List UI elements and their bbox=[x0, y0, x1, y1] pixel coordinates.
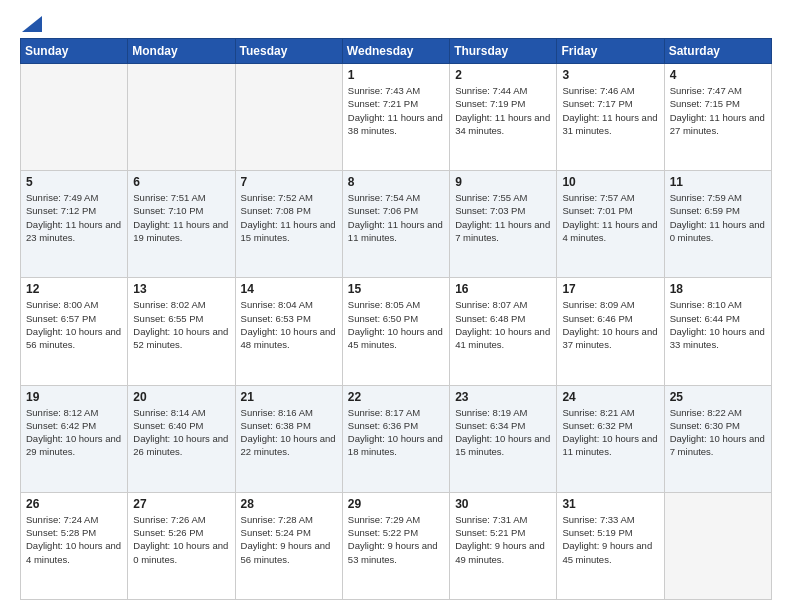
day-info: Sunrise: 8:10 AMSunset: 6:44 PMDaylight:… bbox=[670, 298, 766, 351]
day-info: Sunrise: 8:21 AMSunset: 6:32 PMDaylight:… bbox=[562, 406, 658, 459]
day-number: 17 bbox=[562, 282, 658, 296]
day-cell: 13Sunrise: 8:02 AMSunset: 6:55 PMDayligh… bbox=[128, 278, 235, 385]
day-cell: 19Sunrise: 8:12 AMSunset: 6:42 PMDayligh… bbox=[21, 385, 128, 492]
col-wednesday: Wednesday bbox=[342, 39, 449, 64]
day-cell: 7Sunrise: 7:52 AMSunset: 7:08 PMDaylight… bbox=[235, 171, 342, 278]
day-cell bbox=[235, 64, 342, 171]
day-number: 14 bbox=[241, 282, 337, 296]
day-cell: 4Sunrise: 7:47 AMSunset: 7:15 PMDaylight… bbox=[664, 64, 771, 171]
col-sunday: Sunday bbox=[21, 39, 128, 64]
week-row-3: 12Sunrise: 8:00 AMSunset: 6:57 PMDayligh… bbox=[21, 278, 772, 385]
day-info: Sunrise: 7:51 AMSunset: 7:10 PMDaylight:… bbox=[133, 191, 229, 244]
day-info: Sunrise: 8:04 AMSunset: 6:53 PMDaylight:… bbox=[241, 298, 337, 351]
day-number: 16 bbox=[455, 282, 551, 296]
day-info: Sunrise: 8:05 AMSunset: 6:50 PMDaylight:… bbox=[348, 298, 444, 351]
day-info: Sunrise: 7:59 AMSunset: 6:59 PMDaylight:… bbox=[670, 191, 766, 244]
day-number: 31 bbox=[562, 497, 658, 511]
day-info: Sunrise: 7:43 AMSunset: 7:21 PMDaylight:… bbox=[348, 84, 444, 137]
day-cell: 15Sunrise: 8:05 AMSunset: 6:50 PMDayligh… bbox=[342, 278, 449, 385]
week-row-4: 19Sunrise: 8:12 AMSunset: 6:42 PMDayligh… bbox=[21, 385, 772, 492]
day-number: 25 bbox=[670, 390, 766, 404]
day-info: Sunrise: 7:55 AMSunset: 7:03 PMDaylight:… bbox=[455, 191, 551, 244]
day-number: 24 bbox=[562, 390, 658, 404]
day-info: Sunrise: 7:26 AMSunset: 5:26 PMDaylight:… bbox=[133, 513, 229, 566]
day-cell: 2Sunrise: 7:44 AMSunset: 7:19 PMDaylight… bbox=[450, 64, 557, 171]
day-cell: 26Sunrise: 7:24 AMSunset: 5:28 PMDayligh… bbox=[21, 492, 128, 599]
day-cell: 12Sunrise: 8:00 AMSunset: 6:57 PMDayligh… bbox=[21, 278, 128, 385]
day-number: 21 bbox=[241, 390, 337, 404]
week-row-5: 26Sunrise: 7:24 AMSunset: 5:28 PMDayligh… bbox=[21, 492, 772, 599]
day-info: Sunrise: 8:00 AMSunset: 6:57 PMDaylight:… bbox=[26, 298, 122, 351]
day-cell: 21Sunrise: 8:16 AMSunset: 6:38 PMDayligh… bbox=[235, 385, 342, 492]
col-saturday: Saturday bbox=[664, 39, 771, 64]
day-info: Sunrise: 8:19 AMSunset: 6:34 PMDaylight:… bbox=[455, 406, 551, 459]
col-tuesday: Tuesday bbox=[235, 39, 342, 64]
day-info: Sunrise: 7:24 AMSunset: 5:28 PMDaylight:… bbox=[26, 513, 122, 566]
day-cell: 10Sunrise: 7:57 AMSunset: 7:01 PMDayligh… bbox=[557, 171, 664, 278]
day-number: 18 bbox=[670, 282, 766, 296]
day-info: Sunrise: 7:46 AMSunset: 7:17 PMDaylight:… bbox=[562, 84, 658, 137]
day-cell bbox=[664, 492, 771, 599]
calendar-table: Sunday Monday Tuesday Wednesday Thursday… bbox=[20, 38, 772, 600]
header-row: Sunday Monday Tuesday Wednesday Thursday… bbox=[21, 39, 772, 64]
day-cell: 5Sunrise: 7:49 AMSunset: 7:12 PMDaylight… bbox=[21, 171, 128, 278]
day-number: 26 bbox=[26, 497, 122, 511]
day-info: Sunrise: 7:31 AMSunset: 5:21 PMDaylight:… bbox=[455, 513, 551, 566]
day-number: 10 bbox=[562, 175, 658, 189]
day-cell: 6Sunrise: 7:51 AMSunset: 7:10 PMDaylight… bbox=[128, 171, 235, 278]
day-cell: 24Sunrise: 8:21 AMSunset: 6:32 PMDayligh… bbox=[557, 385, 664, 492]
logo bbox=[20, 16, 42, 28]
day-number: 29 bbox=[348, 497, 444, 511]
day-cell: 14Sunrise: 8:04 AMSunset: 6:53 PMDayligh… bbox=[235, 278, 342, 385]
day-cell: 3Sunrise: 7:46 AMSunset: 7:17 PMDaylight… bbox=[557, 64, 664, 171]
day-number: 11 bbox=[670, 175, 766, 189]
svg-marker-0 bbox=[22, 16, 42, 32]
day-info: Sunrise: 7:57 AMSunset: 7:01 PMDaylight:… bbox=[562, 191, 658, 244]
day-number: 3 bbox=[562, 68, 658, 82]
day-info: Sunrise: 7:49 AMSunset: 7:12 PMDaylight:… bbox=[26, 191, 122, 244]
day-number: 6 bbox=[133, 175, 229, 189]
day-cell: 8Sunrise: 7:54 AMSunset: 7:06 PMDaylight… bbox=[342, 171, 449, 278]
day-cell: 17Sunrise: 8:09 AMSunset: 6:46 PMDayligh… bbox=[557, 278, 664, 385]
day-number: 4 bbox=[670, 68, 766, 82]
day-cell: 22Sunrise: 8:17 AMSunset: 6:36 PMDayligh… bbox=[342, 385, 449, 492]
day-cell: 11Sunrise: 7:59 AMSunset: 6:59 PMDayligh… bbox=[664, 171, 771, 278]
day-info: Sunrise: 8:09 AMSunset: 6:46 PMDaylight:… bbox=[562, 298, 658, 351]
day-cell: 23Sunrise: 8:19 AMSunset: 6:34 PMDayligh… bbox=[450, 385, 557, 492]
page: Sunday Monday Tuesday Wednesday Thursday… bbox=[0, 0, 792, 612]
day-number: 22 bbox=[348, 390, 444, 404]
day-info: Sunrise: 7:47 AMSunset: 7:15 PMDaylight:… bbox=[670, 84, 766, 137]
day-info: Sunrise: 8:22 AMSunset: 6:30 PMDaylight:… bbox=[670, 406, 766, 459]
day-info: Sunrise: 8:07 AMSunset: 6:48 PMDaylight:… bbox=[455, 298, 551, 351]
day-number: 23 bbox=[455, 390, 551, 404]
day-number: 30 bbox=[455, 497, 551, 511]
header bbox=[20, 16, 772, 28]
logo-icon bbox=[22, 16, 42, 32]
day-number: 27 bbox=[133, 497, 229, 511]
day-number: 9 bbox=[455, 175, 551, 189]
day-cell: 18Sunrise: 8:10 AMSunset: 6:44 PMDayligh… bbox=[664, 278, 771, 385]
day-cell: 20Sunrise: 8:14 AMSunset: 6:40 PMDayligh… bbox=[128, 385, 235, 492]
day-info: Sunrise: 8:16 AMSunset: 6:38 PMDaylight:… bbox=[241, 406, 337, 459]
day-cell: 1Sunrise: 7:43 AMSunset: 7:21 PMDaylight… bbox=[342, 64, 449, 171]
day-cell: 29Sunrise: 7:29 AMSunset: 5:22 PMDayligh… bbox=[342, 492, 449, 599]
day-number: 2 bbox=[455, 68, 551, 82]
day-info: Sunrise: 7:33 AMSunset: 5:19 PMDaylight:… bbox=[562, 513, 658, 566]
day-cell: 27Sunrise: 7:26 AMSunset: 5:26 PMDayligh… bbox=[128, 492, 235, 599]
day-info: Sunrise: 8:02 AMSunset: 6:55 PMDaylight:… bbox=[133, 298, 229, 351]
day-info: Sunrise: 7:28 AMSunset: 5:24 PMDaylight:… bbox=[241, 513, 337, 566]
col-thursday: Thursday bbox=[450, 39, 557, 64]
day-number: 12 bbox=[26, 282, 122, 296]
day-cell: 30Sunrise: 7:31 AMSunset: 5:21 PMDayligh… bbox=[450, 492, 557, 599]
day-info: Sunrise: 7:44 AMSunset: 7:19 PMDaylight:… bbox=[455, 84, 551, 137]
day-number: 5 bbox=[26, 175, 122, 189]
day-info: Sunrise: 7:52 AMSunset: 7:08 PMDaylight:… bbox=[241, 191, 337, 244]
day-cell: 16Sunrise: 8:07 AMSunset: 6:48 PMDayligh… bbox=[450, 278, 557, 385]
week-row-1: 1Sunrise: 7:43 AMSunset: 7:21 PMDaylight… bbox=[21, 64, 772, 171]
day-number: 28 bbox=[241, 497, 337, 511]
day-number: 15 bbox=[348, 282, 444, 296]
day-info: Sunrise: 7:29 AMSunset: 5:22 PMDaylight:… bbox=[348, 513, 444, 566]
week-row-2: 5Sunrise: 7:49 AMSunset: 7:12 PMDaylight… bbox=[21, 171, 772, 278]
day-cell: 28Sunrise: 7:28 AMSunset: 5:24 PMDayligh… bbox=[235, 492, 342, 599]
day-cell: 25Sunrise: 8:22 AMSunset: 6:30 PMDayligh… bbox=[664, 385, 771, 492]
